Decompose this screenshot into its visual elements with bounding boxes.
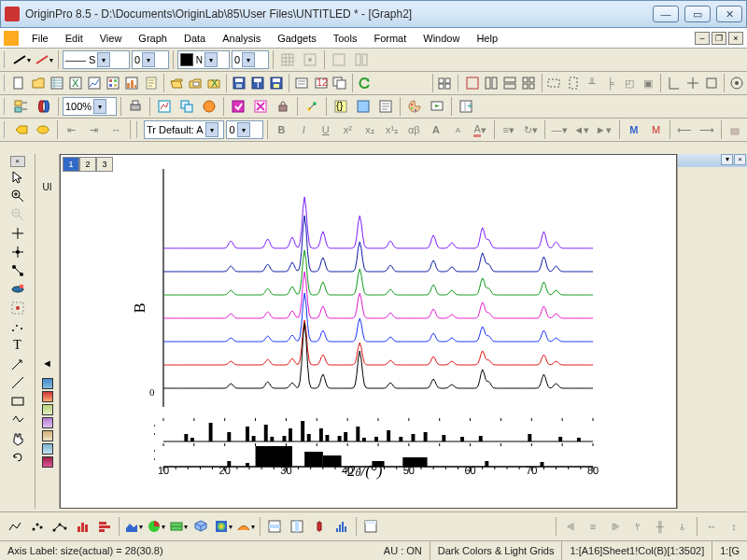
menu-graph[interactable]: Graph bbox=[131, 31, 175, 46]
menu-format[interactable]: Format bbox=[366, 31, 414, 46]
plot-line-button[interactable] bbox=[5, 516, 25, 537]
arrange-left-button[interactable]: ⇤ bbox=[62, 119, 82, 140]
layer-1-button[interactable] bbox=[464, 73, 481, 93]
layer-tab-3[interactable]: 3 bbox=[96, 157, 113, 172]
mdi-restore-button[interactable]: ❐ bbox=[712, 32, 726, 45]
palette-close-icon[interactable]: × bbox=[10, 156, 25, 167]
plot-pie-button[interactable]: ▾ bbox=[146, 516, 166, 537]
color-swatch-5[interactable] bbox=[42, 430, 53, 441]
align-left2-button[interactable]: ⫷ bbox=[560, 516, 581, 537]
maximize-button[interactable]: ▭ bbox=[684, 6, 711, 22]
slideshow-button[interactable] bbox=[427, 96, 447, 117]
palette-button[interactable] bbox=[404, 96, 425, 117]
plot-scatter-button[interactable] bbox=[27, 516, 48, 537]
new-workbook-button[interactable] bbox=[49, 73, 65, 93]
color-swatch-3[interactable] bbox=[42, 404, 53, 415]
new-color-button[interactable] bbox=[199, 96, 219, 117]
print-button[interactable] bbox=[125, 96, 146, 117]
digitize-button[interactable] bbox=[302, 96, 322, 117]
histogram-button[interactable] bbox=[331, 516, 352, 537]
mask-button[interactable] bbox=[228, 96, 248, 117]
line-tool[interactable] bbox=[9, 374, 26, 391]
labtalk-button[interactable] bbox=[353, 96, 374, 117]
menu-data[interactable]: Data bbox=[176, 31, 213, 46]
color-swatch-6[interactable] bbox=[42, 443, 53, 455]
font-select[interactable]: Tr Default: A▾ bbox=[144, 120, 224, 139]
align-top-button[interactable]: ⫯ bbox=[627, 516, 648, 537]
align-center-h-button[interactable]: ≡ bbox=[583, 516, 603, 537]
rectangle-tool[interactable] bbox=[9, 393, 26, 410]
add-layer-button[interactable]: ▣ bbox=[640, 73, 656, 93]
batch-button[interactable] bbox=[436, 73, 453, 93]
font-color-button[interactable]: A▾ bbox=[470, 119, 490, 140]
arrange-right-button[interactable]: ⇥ bbox=[84, 119, 105, 140]
menu-window[interactable]: Window bbox=[416, 31, 467, 46]
greek-button[interactable]: αβ bbox=[403, 119, 424, 140]
theme-button[interactable] bbox=[34, 119, 54, 140]
add-top-axis-button[interactable]: ╨ bbox=[584, 73, 600, 93]
menu-help[interactable]: Help bbox=[469, 31, 505, 46]
label-tool-button[interactable] bbox=[11, 119, 32, 140]
zoomin-tool[interactable] bbox=[9, 188, 26, 204]
layout-1-button[interactable] bbox=[329, 49, 349, 70]
refresh-button[interactable] bbox=[154, 96, 175, 117]
layer-3-button[interactable] bbox=[501, 73, 518, 93]
x-axis-label[interactable]: 2θ/(°) bbox=[347, 462, 382, 481]
rotate-tool[interactable] bbox=[9, 449, 26, 466]
data-reader-tool[interactable] bbox=[9, 244, 26, 260]
unmask-button[interactable] bbox=[250, 96, 271, 117]
new-graph-button[interactable] bbox=[86, 73, 103, 93]
layer-tab-2[interactable]: 2 bbox=[79, 157, 96, 172]
rotate-button[interactable]: ↻▾ bbox=[521, 119, 542, 140]
step-forward-button[interactable]: ⟶ bbox=[697, 119, 717, 140]
antialias-button[interactable] bbox=[728, 73, 745, 93]
plot-3d-button[interactable] bbox=[190, 516, 211, 537]
y-axis-label[interactable]: B bbox=[132, 303, 148, 314]
plot-column-button[interactable] bbox=[72, 516, 92, 537]
menu-gadgets[interactable]: Gadgets bbox=[270, 31, 324, 46]
color-swatch-1[interactable] bbox=[42, 378, 53, 389]
arrow-tool[interactable] bbox=[9, 356, 26, 372]
color-swatch-2[interactable] bbox=[42, 391, 53, 402]
new-matrix-button[interactable] bbox=[105, 73, 121, 93]
dist-v-button[interactable]: ↕ bbox=[724, 516, 744, 537]
text-tool[interactable]: T bbox=[9, 337, 26, 354]
save-template-button[interactable]: T bbox=[249, 73, 266, 93]
regional-mask-tool[interactable] bbox=[9, 281, 26, 298]
regional-data-selector-tool[interactable] bbox=[9, 300, 26, 316]
plot-linescatter-button[interactable] bbox=[49, 516, 70, 537]
box-chart-button[interactable] bbox=[309, 516, 330, 537]
layer-tab-1[interactable]: 1 bbox=[63, 157, 79, 172]
mdi-close-button[interactable]: × bbox=[728, 32, 743, 45]
stat-col-button[interactable] bbox=[287, 516, 307, 537]
menu-tools[interactable]: Tools bbox=[326, 31, 365, 46]
align-left-button[interactable]: ≡▾ bbox=[499, 119, 519, 140]
new-notes-button[interactable] bbox=[143, 73, 160, 93]
plot-area[interactable]: 1020304050607080 bbox=[154, 164, 602, 477]
snap-object-button[interactable] bbox=[300, 49, 320, 70]
add-right-axis-button[interactable]: ╞ bbox=[602, 73, 619, 93]
plot-bar-button[interactable] bbox=[94, 516, 115, 537]
record-button[interactable]: М bbox=[624, 119, 644, 140]
save-button[interactable] bbox=[231, 73, 247, 93]
align-right2-button[interactable]: ⫸ bbox=[605, 516, 626, 537]
arrange-center-button[interactable]: ↔ bbox=[106, 119, 126, 140]
close-button[interactable]: ✕ bbox=[716, 6, 742, 22]
zoomout-tool[interactable] bbox=[9, 206, 26, 223]
results-log-button[interactable] bbox=[375, 96, 396, 117]
lock-position-button[interactable] bbox=[726, 119, 746, 140]
new-layout-button[interactable] bbox=[123, 73, 140, 93]
line-width-select[interactable]: 0▾ bbox=[132, 50, 169, 69]
extract-layers-button[interactable] bbox=[545, 73, 562, 93]
run-script-button[interactable] bbox=[34, 96, 54, 117]
underline-button[interactable]: U bbox=[316, 119, 336, 140]
lock-button[interactable] bbox=[273, 96, 293, 117]
align-bottom-button[interactable]: ⫰ bbox=[672, 516, 693, 537]
menu-file[interactable]: File bbox=[24, 31, 56, 46]
new-project-button[interactable] bbox=[10, 73, 27, 93]
layer-4-button[interactable] bbox=[520, 73, 537, 93]
open-excel-button[interactable]: X bbox=[205, 73, 222, 93]
code-builder-button[interactable]: {} bbox=[331, 96, 351, 117]
bold-button[interactable]: B bbox=[272, 119, 292, 140]
freehand-tool[interactable] bbox=[9, 412, 26, 428]
